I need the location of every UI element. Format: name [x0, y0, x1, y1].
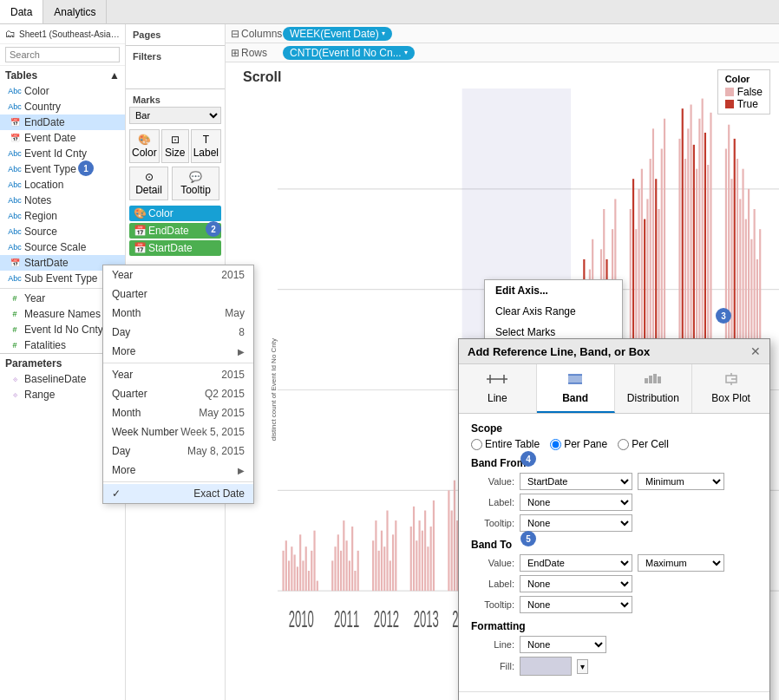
boxplot-tab-label: Box Plot [711, 392, 750, 404]
badge-4: 4 [520, 451, 536, 467]
scope-entire-table[interactable]: Entire Table [471, 438, 540, 450]
band-to-label-select[interactable]: None [520, 575, 632, 592]
dialog-tabs: Line Band Distribution Box Plot [459, 364, 769, 414]
scope-title: Scope [471, 422, 757, 435]
badge-2: 2 [206, 221, 221, 237]
svg-rect-163 [653, 374, 657, 383]
badge-3: 3 [716, 308, 731, 324]
line-tab-label: Line [488, 392, 507, 404]
band-from-section: Band From Value: StartDate Minimum Label… [471, 457, 757, 532]
band-to-label-row: Label: None [471, 575, 757, 592]
band-to-value-label: Value: [471, 558, 514, 568]
scope-section: Scope Entire Table Per Pane Per Cell [471, 422, 757, 450]
dialog-header: Add Reference Line, Band, or Box ✕ [459, 339, 769, 364]
dialog-tab-distribution[interactable]: Distribution [615, 364, 693, 413]
band-from-value-select[interactable]: StartDate [520, 473, 632, 490]
band-from-value-label: Value: [471, 476, 514, 487]
svg-rect-161 [645, 378, 648, 383]
band-from-value-type-select[interactable]: Minimum [638, 473, 724, 490]
svg-rect-164 [658, 376, 661, 383]
badge-1: 1 [78, 160, 94, 176]
dialog-title: Add Reference Line, Band, or Box [468, 345, 650, 358]
band-from-label-row: Label: None [471, 494, 757, 511]
band-from-title: Band From [471, 457, 757, 469]
band-tab-icon [565, 371, 586, 390]
line-tab-icon [487, 371, 507, 390]
band-to-tooltip-label: Tooltip: [471, 599, 514, 610]
band-from-label-label: Label: [471, 497, 514, 507]
formatting-section: Formatting Line: None Fill: ▾ [471, 620, 757, 676]
band-from-tooltip-label: Tooltip: [471, 518, 514, 528]
band-from-tooltip-select[interactable]: None [520, 514, 632, 532]
badge-5: 5 [520, 531, 536, 546]
band-to-tooltip-row: Tooltip: None [471, 596, 757, 613]
add-reference-dialog: Add Reference Line, Band, or Box ✕ Line … [458, 338, 770, 700]
scope-per-cell[interactable]: Per Cell [618, 438, 669, 450]
scope-entire-table-radio[interactable] [471, 439, 482, 450]
scope-per-cell-radio[interactable] [618, 439, 629, 450]
dialog-overlay: Add Reference Line, Band, or Box ✕ Line … [0, 0, 779, 700]
dialog-close-button[interactable]: ✕ [750, 344, 761, 358]
dialog-footer: Show recalculated band for highlighted o… [459, 691, 769, 700]
distribution-tab-label: Distribution [627, 392, 679, 404]
scope-per-pane-label: Per Pane [564, 438, 607, 450]
scope-radio-group: Entire Table Per Pane Per Cell [471, 438, 757, 450]
format-fill-label: Fill: [471, 661, 514, 671]
format-fill-color[interactable] [520, 657, 572, 676]
svg-rect-158 [568, 375, 582, 383]
dialog-tab-line[interactable]: Line [459, 364, 537, 413]
band-to-label-label: Label: [471, 579, 514, 589]
formatting-title: Formatting [471, 620, 757, 632]
band-from-tooltip-row: Tooltip: None [471, 514, 757, 532]
band-to-value-select[interactable]: EndDate [520, 554, 632, 572]
band-to-value-row: Value: EndDate Maximum [471, 554, 757, 572]
format-line-select[interactable]: None [520, 636, 606, 653]
band-from-value-row: Value: StartDate Minimum [471, 473, 757, 490]
dist-tab-icon [643, 371, 664, 390]
fill-dropdown-arrow[interactable]: ▾ [577, 659, 588, 674]
band-tab-label: Band [562, 392, 588, 404]
band-to-tooltip-select[interactable]: None [520, 596, 632, 613]
scope-per-cell-label: Per Cell [632, 438, 669, 450]
scope-per-pane[interactable]: Per Pane [550, 438, 607, 450]
format-line-label: Line: [471, 639, 514, 650]
dialog-tab-boxplot[interactable]: Box Plot [692, 364, 769, 413]
svg-rect-162 [649, 376, 652, 383]
format-fill-row: Fill: ▾ [471, 657, 757, 676]
scope-per-pane-radio[interactable] [550, 439, 561, 450]
dialog-tab-band[interactable]: Band [537, 364, 615, 413]
format-line-row: Line: None [471, 636, 757, 653]
boxplot-tab-icon [721, 371, 742, 390]
band-to-title: Band To [471, 539, 757, 551]
scope-entire-table-label: Entire Table [485, 438, 540, 450]
band-to-value-type-select[interactable]: Maximum [638, 554, 724, 572]
band-to-section: Band To Value: EndDate Maximum Label: No… [471, 539, 757, 613]
band-from-label-select[interactable]: None [520, 494, 632, 511]
dialog-body: Scope Entire Table Per Pane Per Cell [459, 414, 769, 691]
